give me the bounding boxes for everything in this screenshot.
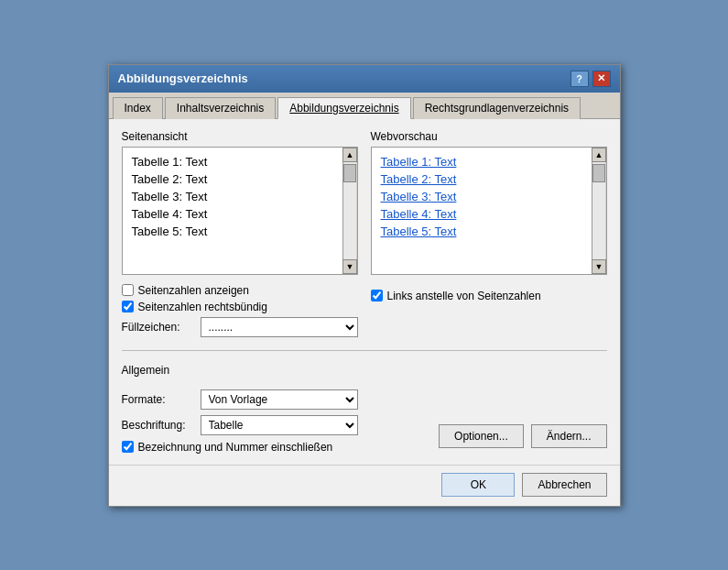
allgemein-left: Formate: Von Vorlage Beschriftung: Tabel… bbox=[122, 388, 358, 454]
main-dialog: Abbildungsverzeichnis ? ✕ Index Inhaltsv… bbox=[108, 64, 621, 507]
webvorschau-item-2[interactable]: Tabelle 2: Text bbox=[381, 172, 597, 186]
bezeichnung-label[interactable]: Bezeichnung und Nummer einschließen bbox=[138, 441, 333, 454]
seitenansicht-item-2: Tabelle 2: Text bbox=[132, 172, 348, 186]
mid-buttons: Optionen... Ändern... bbox=[439, 424, 606, 454]
close-button[interactable]: ✕ bbox=[592, 71, 611, 87]
scroll-up-arrow[interactable]: ▲ bbox=[342, 148, 357, 162]
seitenansicht-scrollbar[interactable]: ▲ ▼ bbox=[342, 148, 357, 274]
bottom-buttons: OK Abbrechen bbox=[109, 465, 620, 506]
webvorschau-item-5[interactable]: Tabelle 5: Text bbox=[381, 225, 597, 238]
scroll-track[interactable] bbox=[343, 162, 356, 259]
fuellzeichen-row: Füllzeichen: ........ bbox=[122, 317, 358, 337]
bezeichnung-row: Bezeichnung und Nummer einschließen bbox=[122, 441, 358, 454]
web-scroll-down-arrow[interactable]: ▼ bbox=[592, 259, 606, 274]
allgemein-right: Optionen... Ändern... bbox=[371, 388, 607, 454]
formate-label: Formate: bbox=[122, 393, 195, 406]
webvorschau-item-3[interactable]: Tabelle 3: Text bbox=[381, 190, 597, 203]
seitenzahlen-rechts-row: Seitenzahlen rechtsbündig bbox=[122, 301, 358, 313]
formate-row: Formate: Von Vorlage bbox=[122, 389, 358, 410]
beschriftung-label: Beschriftung: bbox=[122, 419, 195, 432]
seitenzahlen-rechts-checkbox[interactable] bbox=[122, 301, 134, 312]
preview-columns: Seitenansicht Tabelle 1: Text Tabelle 2:… bbox=[122, 130, 607, 275]
fuellzeichen-select[interactable]: ........ bbox=[201, 317, 358, 337]
allgemein-title: Allgemein bbox=[122, 364, 607, 377]
formate-select[interactable]: Von Vorlage bbox=[201, 389, 358, 410]
allgemein-rows: Formate: Von Vorlage Beschriftung: Tabel… bbox=[122, 388, 607, 454]
beschriftung-row: Beschriftung: Tabelle bbox=[122, 415, 358, 435]
seitenzahlen-checkbox[interactable] bbox=[122, 284, 134, 296]
allgemein-section: Allgemein Formate: Von Vorlage Beschrift… bbox=[122, 364, 607, 454]
webvorschau-col: Webvorschau Tabelle 1: Text Tabelle 2: T… bbox=[371, 130, 607, 275]
fuellzeichen-label: Füllzeichen: bbox=[122, 321, 195, 334]
web-scroll-track[interactable] bbox=[592, 162, 605, 259]
seitenansicht-item-5: Tabelle 5: Text bbox=[132, 225, 348, 238]
tab-abbildungsverzeichnis[interactable]: Abbildungsverzeichnis bbox=[277, 97, 410, 119]
options-row: Seitenzahlen anzeigen Seitenzahlen recht… bbox=[122, 284, 607, 337]
dialog-title: Abbildungsverzeichnis bbox=[118, 71, 248, 85]
links-anstelle-row: Links anstelle von Seitenzahlen bbox=[371, 290, 607, 302]
title-bar: Abbildungsverzeichnis ? ✕ bbox=[109, 65, 620, 93]
abbrechen-button[interactable]: Abbrechen bbox=[522, 473, 606, 497]
web-scroll-thumb[interactable] bbox=[592, 164, 605, 182]
webvorschau-item-1[interactable]: Tabelle 1: Text bbox=[381, 155, 597, 169]
divider bbox=[122, 350, 607, 351]
seitenansicht-box: Tabelle 1: Text Tabelle 2: Text Tabelle … bbox=[122, 147, 358, 275]
links-anstelle-label[interactable]: Links anstelle von Seitenzahlen bbox=[387, 290, 541, 302]
seitenzahlen-label[interactable]: Seitenzahlen anzeigen bbox=[138, 284, 249, 297]
seitenansicht-inner: Tabelle 1: Text Tabelle 2: Text Tabelle … bbox=[123, 148, 357, 246]
help-button[interactable]: ? bbox=[570, 71, 589, 87]
webvorschau-label: Webvorschau bbox=[371, 130, 607, 143]
left-options: Seitenzahlen anzeigen Seitenzahlen recht… bbox=[122, 284, 358, 337]
aendern-button[interactable]: Ändern... bbox=[531, 424, 607, 448]
seitenansicht-item-3: Tabelle 3: Text bbox=[132, 190, 348, 203]
optionen-button[interactable]: Optionen... bbox=[439, 424, 524, 448]
scroll-down-arrow[interactable]: ▼ bbox=[342, 259, 357, 274]
beschriftung-select[interactable]: Tabelle bbox=[201, 415, 358, 435]
tab-index[interactable]: Index bbox=[113, 97, 163, 119]
right-options: Links anstelle von Seitenzahlen bbox=[371, 284, 607, 337]
dialog-content: Seitenansicht Tabelle 1: Text Tabelle 2:… bbox=[109, 119, 620, 465]
tab-inhaltsverzeichnis[interactable]: Inhaltsverzeichnis bbox=[165, 97, 276, 119]
seitenansicht-item-4: Tabelle 4: Text bbox=[132, 207, 348, 221]
webvorschau-inner: Tabelle 1: Text Tabelle 2: Text Tabelle … bbox=[372, 148, 606, 246]
webvorschau-box: Tabelle 1: Text Tabelle 2: Text Tabelle … bbox=[371, 147, 607, 275]
links-anstelle-checkbox[interactable] bbox=[371, 290, 383, 301]
seitenansicht-item-1: Tabelle 1: Text bbox=[132, 155, 348, 169]
bezeichnung-checkbox[interactable] bbox=[122, 441, 134, 453]
seitenzahlen-row: Seitenzahlen anzeigen bbox=[122, 284, 358, 297]
ok-button[interactable]: OK bbox=[441, 473, 515, 497]
scroll-thumb[interactable] bbox=[343, 164, 356, 182]
tab-bar: Index Inhaltsverzeichnis Abbildungsverze… bbox=[109, 93, 620, 119]
webvorschau-item-4[interactable]: Tabelle 4: Text bbox=[381, 207, 597, 221]
seitenansicht-label: Seitenansicht bbox=[122, 130, 358, 143]
title-bar-controls: ? ✕ bbox=[570, 71, 611, 87]
tab-rechtsgrundlagen[interactable]: Rechtsgrundlagenverzeichnis bbox=[413, 97, 581, 119]
seitenansicht-col: Seitenansicht Tabelle 1: Text Tabelle 2:… bbox=[122, 130, 358, 275]
webvorschau-scrollbar[interactable]: ▲ ▼ bbox=[592, 148, 606, 274]
web-scroll-up-arrow[interactable]: ▲ bbox=[592, 148, 606, 162]
seitenzahlen-rechts-label[interactable]: Seitenzahlen rechtsbündig bbox=[138, 301, 267, 313]
